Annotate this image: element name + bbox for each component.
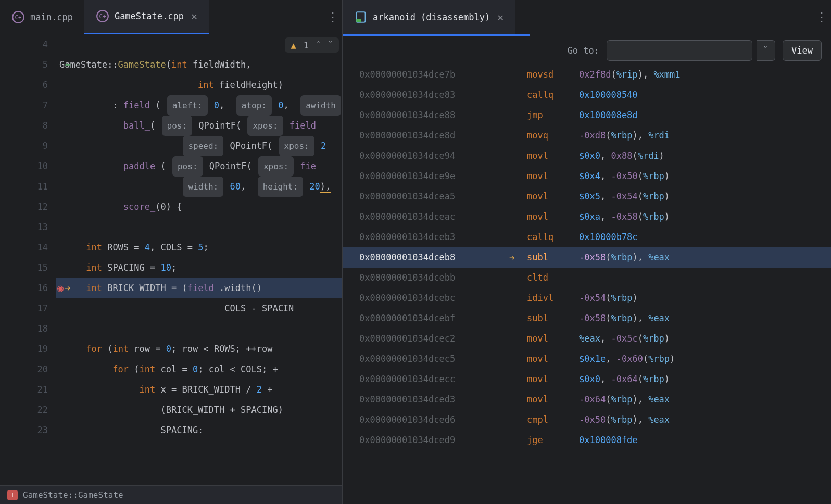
disasm-mnemonic: movl: [527, 389, 579, 410]
tab-label: main.cpp: [30, 12, 73, 22]
disasm-address: 0x00000001034dce88: [343, 105, 509, 125]
disasm-mnemonic: movl: [527, 207, 579, 227]
exec-arrow-icon: ➔: [65, 278, 71, 298]
exec-arrow-icon: [509, 105, 527, 125]
param-hint: atop:: [236, 95, 272, 116]
binary-file-icon: [354, 10, 368, 24]
svg-rect-5: [356, 19, 361, 22]
editor-body[interactable]: ▲ 1 ˄ ˅ 4 5⬅ 6 7 8 9 10 11 12 13 14 15 1…: [0, 34, 342, 485]
disasm-row[interactable]: 0x00000001034dce8dmovq-0xd8(%rbp), %rdi: [343, 125, 831, 146]
source-editor-pane: C+ main.cpp C+ GameState.cpp ✕ ⋮ ▲ 1 ˄ ˅…: [0, 0, 343, 504]
disasm-mnemonic: callq: [527, 85, 579, 105]
exec-arrow-icon: ➔: [509, 247, 527, 268]
close-icon[interactable]: ✕: [189, 10, 197, 22]
disasm-operands: -0x54(%rbp): [579, 288, 831, 308]
goto-dropdown[interactable]: ˅: [757, 40, 775, 61]
disasm-row[interactable]: 0x00000001034dcebcidivl-0x54(%rbp): [343, 288, 831, 308]
disasm-row[interactable]: 0x00000001034dceb8➔subl-0x58(%rbp), %eax: [343, 247, 831, 268]
disasm-address: 0x00000001034dce8d: [343, 125, 509, 146]
disasm-address: 0x00000001034dceac: [343, 207, 509, 227]
svg-text:C+: C+: [99, 13, 106, 20]
disasm-row[interactable]: 0x00000001034dce9emovl$0x4, -0x50(%rbp): [343, 166, 831, 186]
param-hint: xpos:: [279, 136, 314, 156]
disasm-row[interactable]: 0x00000001034dcebfsubl-0x58(%rbp), %eax: [343, 308, 831, 329]
disasm-address: 0x00000001034dcec2: [343, 329, 509, 349]
disasm-row[interactable]: 0x00000001034dce94movl$0x0, 0x88(%rdi): [343, 146, 831, 166]
disasm-mnemonic: jge: [527, 430, 579, 450]
breakpoint-icon[interactable]: ◉: [57, 278, 64, 298]
disasm-address: 0x00000001034dced9: [343, 430, 509, 450]
tab-disassembly[interactable]: arkanoid (disassembly) ✕: [343, 0, 515, 34]
disasm-row[interactable]: 0x00000001034dceb3callq0x10000b78c: [343, 227, 831, 247]
disasm-row[interactable]: 0x00000001034dcec2movl%eax, -0x5c(%rbp): [343, 329, 831, 349]
disasm-address: 0x00000001034dcebf: [343, 308, 509, 329]
disasm-mnemonic: idivl: [527, 288, 579, 308]
disasm-operands: -0x58(%rbp), %eax: [579, 247, 831, 268]
disasm-mnemonic: subl: [527, 308, 579, 329]
exec-arrow-icon: [509, 430, 527, 450]
param-hint: awidth: [300, 95, 341, 116]
disasm-row[interactable]: 0x00000001034dcec5movl$0x1e, -0x60(%rbp): [343, 349, 831, 369]
disasm-operands: $0x0, -0x64(%rbp): [579, 369, 831, 389]
inspection-widget[interactable]: ▲ 1 ˄ ˅: [285, 37, 339, 53]
tab-overflow-menu[interactable]: ⋮: [812, 10, 831, 24]
tab-main-cpp[interactable]: C+ main.cpp: [0, 0, 84, 34]
param-hint: width:: [183, 177, 223, 197]
param-hint: pos:: [162, 116, 193, 136]
disasm-address: 0x00000001034dcea5: [343, 186, 509, 207]
disasm-row[interactable]: 0x00000001034dce83callq0x100008540: [343, 85, 831, 105]
breadcrumb-text: GameState::GameState: [23, 486, 123, 505]
warning-icon: ▲: [291, 40, 296, 51]
exec-arrow-icon: [509, 288, 527, 308]
exec-arrow-icon: [509, 85, 527, 105]
tab-overflow-menu[interactable]: ⋮: [323, 10, 342, 24]
disasm-address: 0x00000001034dcec5: [343, 349, 509, 369]
disasm-body[interactable]: 0x00000001034dce7bmovsd0x2f8d(%rip), %xm…: [343, 65, 831, 504]
disasm-operands: [579, 268, 831, 288]
disasm-mnemonic: movl: [527, 349, 579, 369]
param-hint: pos:: [172, 156, 203, 177]
chevron-up-icon[interactable]: ˄: [316, 40, 321, 51]
exec-arrow-icon: [509, 369, 527, 389]
param-hint: speed:: [183, 136, 223, 156]
chevron-down-icon[interactable]: ˅: [328, 40, 333, 51]
disasm-mnemonic: movq: [527, 125, 579, 146]
view-button[interactable]: View: [783, 40, 822, 61]
disasm-address: 0x00000001034dced3: [343, 389, 509, 410]
exec-arrow-icon: [509, 186, 527, 207]
goto-input[interactable]: [607, 40, 752, 61]
disasm-tabbar: arkanoid (disassembly) ✕ ⋮: [343, 0, 831, 34]
code-area[interactable]: GameState::GameState(int fieldWidth, int…: [56, 34, 342, 485]
function-icon: f: [7, 490, 18, 500]
disasm-mnemonic: movl: [527, 186, 579, 207]
disasm-mnemonic: movl: [527, 146, 579, 166]
exec-arrow-icon: [509, 389, 527, 410]
disasm-mnemonic: movl: [527, 166, 579, 186]
param-hint: aleft:: [167, 95, 208, 116]
disasm-row[interactable]: 0x00000001034dceacmovl$0xa, -0x58(%rbp): [343, 207, 831, 227]
disasm-operands: -0x64(%rbp), %eax: [579, 389, 831, 410]
disasm-row[interactable]: 0x00000001034dce7bmovsd0x2f8d(%rip), %xm…: [343, 65, 831, 85]
disasm-row[interactable]: 0x00000001034dcebbcltd: [343, 268, 831, 288]
disasm-row[interactable]: 0x00000001034dced3movl-0x64(%rbp), %eax: [343, 389, 831, 410]
exec-arrow-icon: [509, 227, 527, 247]
disasm-row[interactable]: 0x00000001034dceccmovl$0x0, -0x64(%rbp): [343, 369, 831, 389]
breadcrumb[interactable]: f GameState::GameState: [0, 485, 342, 504]
disasm-address: 0x00000001034dce83: [343, 85, 509, 105]
exec-arrow-icon: [509, 329, 527, 349]
param-hint: xpos:: [258, 156, 294, 177]
disasm-mnemonic: subl: [527, 247, 579, 268]
disasm-operands: $0x0, 0x88(%rdi): [579, 146, 831, 166]
disasm-row[interactable]: 0x00000001034dced6cmpl-0x50(%rbp), %eax: [343, 410, 831, 430]
editor-gutter[interactable]: 4 5⬅ 6 7 8 9 10 11 12 13 14 15 16◉➔ 17 1…: [0, 34, 56, 485]
exec-arrow-icon: [509, 65, 527, 85]
disasm-row[interactable]: 0x00000001034dce88jmp0x100008e8d: [343, 105, 831, 125]
goto-label: Go to:: [568, 45, 599, 56]
tab-gamestate-cpp[interactable]: C+ GameState.cpp ✕: [84, 0, 209, 34]
disasm-address: 0x00000001034dce7b: [343, 65, 509, 85]
close-icon[interactable]: ✕: [495, 11, 503, 23]
disasm-row[interactable]: 0x00000001034dced9jge0x100008fde: [343, 430, 831, 450]
exec-arrow-icon: [509, 349, 527, 369]
exec-arrow-icon: [509, 410, 527, 430]
disasm-row[interactable]: 0x00000001034dcea5movl$0x5, -0x54(%rbp): [343, 186, 831, 207]
